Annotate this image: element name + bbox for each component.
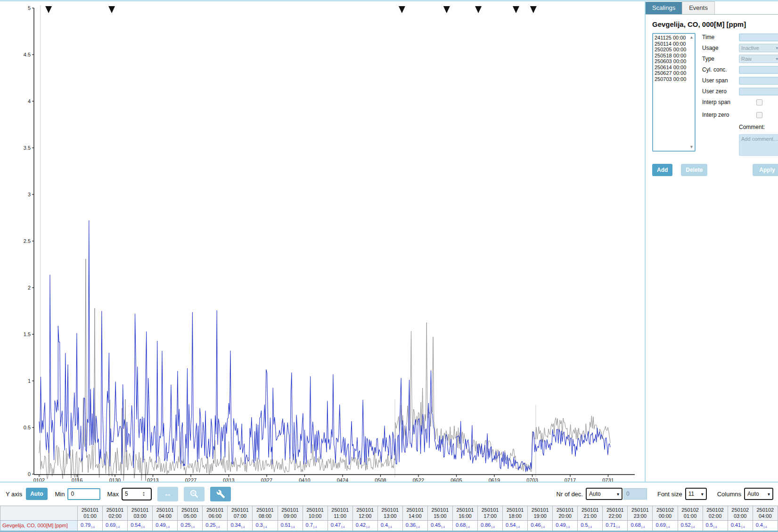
scaling-marker-icon[interactable] (108, 6, 115, 13)
table-header-cell: 25010115:00 (427, 506, 452, 520)
zoom-out-button[interactable] (184, 487, 205, 501)
settings-button[interactable] (210, 487, 231, 501)
cyl-conc-label: Cyl. conc. (702, 66, 739, 73)
font-size-label: Font size (657, 491, 682, 498)
comment-textarea[interactable] (739, 134, 778, 156)
y-min-input[interactable] (67, 488, 100, 500)
table-header-cell: 25010202:00 (703, 506, 728, 520)
scaling-list-item[interactable]: 250603 00:00 (655, 58, 695, 64)
table-value-cell: 0.3414 (228, 520, 253, 531)
table-header-cell: 25010112:00 (352, 506, 377, 520)
tab-events[interactable]: Events (682, 1, 715, 14)
interp-span-checkbox[interactable] (756, 99, 762, 105)
table-header-cell: 25010113:00 (377, 506, 402, 520)
user-zero-label: User zero (702, 88, 739, 95)
table-value-cell: 0.514 (703, 520, 728, 531)
table-header-cell: 25010106:00 (203, 506, 228, 520)
table-header-cell: 25010110:00 (303, 506, 328, 520)
series-raw (39, 259, 610, 481)
scaling-marker-icon[interactable] (45, 6, 52, 13)
x-tick-label: 0703 (526, 477, 538, 482)
spinner-icon[interactable]: ▲▼ (142, 491, 145, 497)
table-value-cell: 0.5414 (128, 520, 153, 531)
user-span-field[interactable] (739, 77, 778, 85)
scaling-list-item[interactable]: 250114 00:00 (655, 41, 695, 47)
table-header-cell: 25010117:00 (478, 506, 503, 520)
apply-button[interactable]: Apply (753, 164, 778, 176)
scaling-list-item[interactable]: 241125 00:00 (655, 35, 695, 41)
scalings-panel: Scalings Events Gevgelija, CO, 000[M] [p… (646, 1, 778, 482)
cyl-conc-field[interactable] (739, 66, 778, 74)
table-value-cell: 0.3614 (402, 520, 427, 531)
table-value-cell: 0.6814 (452, 520, 477, 531)
tab-scalings[interactable]: Scalings (646, 2, 682, 14)
nr-of-dec-select[interactable]: Auto▾ (586, 488, 622, 500)
y-tick-label: 2.5 (24, 238, 31, 244)
min-label: Min (55, 491, 65, 498)
table-header-cell: 25010102:00 (103, 506, 128, 520)
scaling-list-item[interactable]: 250614 00:00 (655, 64, 695, 71)
scaling-list-item[interactable]: 250627 00:00 (655, 70, 695, 76)
time-label: Time (702, 34, 739, 40)
table-value-cell: 0.714 (303, 520, 328, 531)
user-zero-field[interactable] (739, 88, 778, 96)
table-value-cell: 0.5214 (678, 520, 703, 531)
font-size-select[interactable]: 11▾ (685, 488, 707, 500)
columns-select[interactable]: Auto▾ (744, 488, 773, 500)
scalings-form: ▲ ▼ 241125 00:00250114 00:00250205 00:00… (646, 33, 778, 157)
y-tick-label: 1.5 (24, 331, 31, 337)
table-header-cell: 25010103:00 (128, 506, 153, 520)
y-max-input[interactable] (125, 491, 141, 497)
table-header-cell: 25010200:00 (653, 506, 678, 520)
scaling-marker-icon[interactable] (513, 6, 519, 13)
table-header-cell: 25010204:00 (753, 506, 778, 520)
scaling-marker-icon[interactable] (443, 6, 450, 13)
table-header-cell: 25010118:00 (503, 506, 528, 520)
max-label: Max (107, 491, 119, 498)
y-axis-auto-button[interactable]: Auto (26, 488, 47, 500)
x-tick-label: 0410 (299, 477, 310, 482)
x-tick-label: 0605 (450, 477, 462, 482)
timeseries-chart[interactable]: 54.543.532.521.510.500102011601300213022… (0, 1, 646, 482)
scaling-list-item[interactable]: 250703 00:00 (655, 76, 695, 82)
y-tick-label: 4.5 (24, 52, 31, 57)
table-value-cell: 0.514 (578, 520, 603, 531)
x-tick-label: 0130 (109, 477, 121, 482)
time-field[interactable] (739, 33, 778, 41)
chevron-down-icon: ▾ (768, 492, 770, 497)
x-tick-label: 0731 (602, 477, 614, 482)
fit-horizontal-button[interactable]: ↔ (157, 487, 178, 501)
delete-button[interactable]: Delete (681, 164, 707, 176)
table-value-cell: 0.6814 (628, 520, 653, 531)
scaling-marker-icon[interactable] (399, 6, 405, 13)
interp-zero-checkbox[interactable] (756, 112, 762, 118)
table-header-cell: 25010105:00 (178, 506, 203, 520)
scroll-up-icon[interactable]: ▲ (689, 35, 694, 40)
scaling-marker-icon[interactable] (530, 6, 537, 13)
x-tick-label: 0102 (33, 477, 45, 482)
scaling-list-item[interactable]: 250518 00:00 (655, 53, 695, 59)
y-tick-label: 4 (28, 98, 31, 104)
x-tick-label: 0213 (147, 477, 158, 482)
y-tick-label: 1 (28, 378, 31, 384)
type-select[interactable]: Raw▾ (739, 55, 778, 63)
scaling-list-item[interactable]: 250205 00:00 (655, 47, 695, 53)
bottom-toolbar: Y axis Auto Min Max ▲▼ ↔ Nr of dec. Auto… (0, 482, 778, 506)
zoom-out-icon (189, 489, 199, 499)
table-value-cell: 0.4914 (153, 520, 178, 531)
scroll-down-icon[interactable]: ▼ (689, 145, 694, 149)
add-button[interactable]: Add (652, 164, 672, 176)
table-value-cell: 0.2514 (178, 520, 203, 531)
table-value-cell: 0.314 (253, 520, 278, 531)
table-value-cell: 0.4214 (352, 520, 377, 531)
table-header-cell: 25010119:00 (528, 506, 553, 520)
scaling-listbox[interactable]: ▲ ▼ 241125 00:00250114 00:00250205 00:00… (652, 33, 696, 152)
table-header-cell: 25010107:00 (228, 506, 253, 520)
scaling-marker-icon[interactable] (475, 6, 482, 13)
nr-of-dec-extra-input[interactable] (623, 488, 647, 500)
chevron-down-icon: ▾ (617, 492, 619, 497)
usage-select[interactable]: Inactive▾ (739, 44, 778, 52)
chevron-down-icon: ▾ (701, 492, 704, 497)
series-row-label: Gevgelija, CO, 000[M] [ppm] (0, 520, 78, 531)
table-value-cell: 0.6914 (653, 520, 678, 531)
